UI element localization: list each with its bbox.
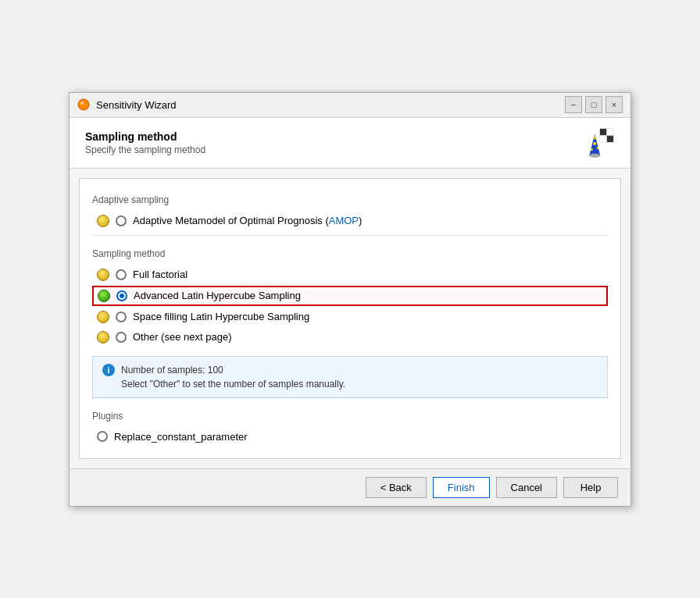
plugins-section-label: Plugins	[92, 411, 608, 422]
footer: < Back Finish Cancel Help	[70, 468, 630, 506]
title-bar-controls: − □ ×	[565, 96, 623, 113]
amop-radio[interactable]	[116, 215, 127, 226]
info-line2: Select "Other" to set the number of samp…	[121, 377, 345, 391]
header-title: Sampling method	[85, 130, 205, 143]
amop-label: Adaptive Metamodel of Optimal Prognosis …	[133, 215, 362, 226]
back-button[interactable]: < Back	[366, 477, 427, 498]
full-factorial-radio[interactable]	[116, 269, 127, 280]
svg-point-1	[80, 101, 84, 105]
maximize-button[interactable]: □	[585, 96, 602, 113]
alhs-label: Advanced Latin Hypercube Sampling	[134, 290, 301, 301]
full-factorial-label: Full factorial	[133, 269, 188, 280]
svg-marker-8	[593, 134, 596, 139]
header-subtitle: Specify the sampling method	[85, 144, 205, 155]
svg-rect-3	[600, 128, 607, 135]
sflhs-status-dot	[97, 311, 109, 323]
window-title: Sensitivity Wizard	[96, 99, 177, 111]
svg-point-12	[597, 147, 599, 149]
svg-point-9	[590, 153, 600, 157]
full-factorial-status-dot	[97, 269, 109, 281]
header-section: Sampling method Specify the sampling met…	[70, 118, 630, 169]
other-status-dot	[97, 331, 109, 343]
plugins-section: Plugins Replace_constant_parameter	[92, 411, 608, 446]
adaptive-section-label: Adaptive sampling	[92, 194, 608, 205]
other-radio[interactable]	[116, 332, 127, 343]
amop-status-dot	[97, 215, 109, 227]
sflhs-radio[interactable]	[116, 311, 127, 322]
svg-rect-5	[600, 135, 607, 142]
option-row-sflhs: Space filling Latin Hypercube Sampling	[92, 308, 608, 326]
info-text: Number of samples: 100 Select "Other" to…	[121, 363, 345, 391]
main-window: Sensitivity Wizard − □ × Sampling method…	[69, 92, 631, 507]
plugin-row-replace-constant: Replace_constant_parameter	[92, 428, 608, 446]
content-area: Adaptive sampling Adaptive Metamodel of …	[79, 178, 621, 459]
replace-constant-label: Replace_constant_parameter	[114, 431, 248, 443]
alhs-radio[interactable]	[116, 290, 127, 301]
sampling-section-label: Sampling method	[92, 248, 608, 259]
svg-point-0	[78, 99, 89, 110]
option-row-amop: Adaptive Metamodel of Optimal Prognosis …	[92, 212, 608, 230]
info-icon: i	[102, 364, 115, 376]
app-icon	[77, 98, 90, 111]
header-text: Sampling method Specify the sampling met…	[85, 130, 205, 155]
help-button[interactable]: Help	[563, 477, 618, 498]
wizard-hat-icon	[584, 126, 615, 159]
other-label: Other (see next page)	[133, 331, 231, 343]
replace-constant-radio[interactable]	[97, 431, 108, 442]
wizard-icon-container	[584, 127, 615, 158]
svg-point-11	[591, 148, 593, 151]
finish-button[interactable]: Finish	[433, 477, 490, 498]
section-divider-1	[92, 235, 608, 236]
svg-point-10	[593, 142, 596, 145]
option-row-other: Other (see next page)	[92, 328, 608, 347]
svg-rect-4	[607, 135, 614, 142]
minimize-button[interactable]: −	[565, 96, 582, 113]
info-line1: Number of samples: 100	[121, 363, 345, 377]
option-row-alhs: Advanced Latin Hypercube Sampling	[92, 286, 608, 306]
title-bar: Sensitivity Wizard − □ ×	[70, 93, 630, 118]
alhs-status-dot	[98, 290, 110, 302]
sflhs-label: Space filling Latin Hypercube Sampling	[133, 311, 309, 322]
cancel-button[interactable]: Cancel	[496, 477, 557, 498]
svg-rect-6	[607, 128, 614, 135]
close-button[interactable]: ×	[605, 96, 623, 113]
title-bar-left: Sensitivity Wizard	[77, 98, 177, 111]
option-row-full-factorial: Full factorial	[92, 265, 608, 284]
amop-link[interactable]: AMOP	[329, 215, 359, 226]
info-box: i Number of samples: 100 Select "Other" …	[92, 356, 608, 398]
